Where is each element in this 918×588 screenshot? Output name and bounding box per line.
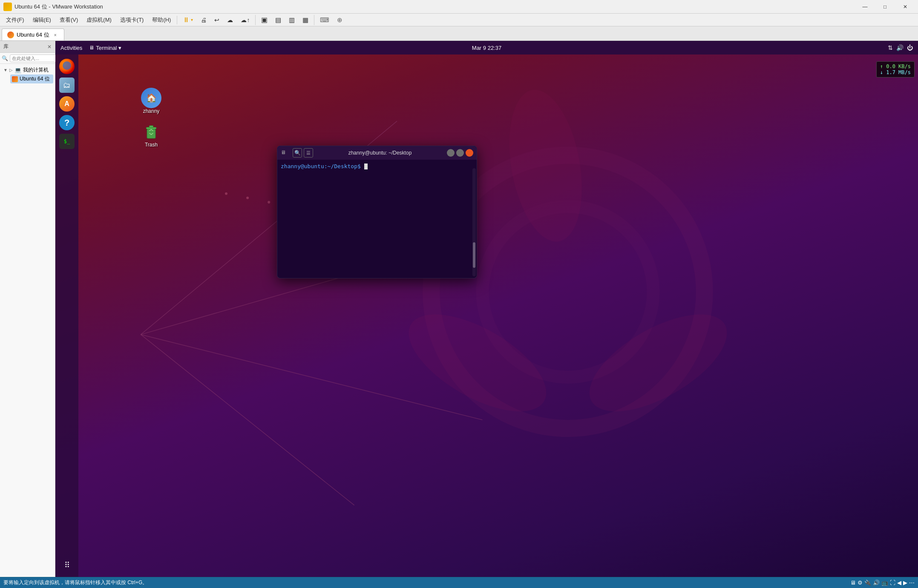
toolbar-view3[interactable]: ▥ xyxy=(285,14,299,26)
status-audio-icon[interactable]: 🔊 xyxy=(873,579,880,586)
sidebar-header: 库 ✕ xyxy=(0,41,55,53)
desktop-icon-zhanny[interactable]: 🏠 zhanny xyxy=(134,86,168,116)
toolbar-view2[interactable]: ▤ xyxy=(271,14,285,26)
terminal-close-button[interactable]: ✕ xyxy=(466,149,473,157)
sidebar-close-button[interactable]: ✕ xyxy=(47,44,52,50)
menu-file[interactable]: 文件(F) xyxy=(2,14,29,26)
svg-rect-13 xyxy=(147,129,155,138)
svg-point-9 xyxy=(482,207,653,377)
vm-icon xyxy=(12,76,18,82)
window-controls: — □ ✕ xyxy=(855,1,915,13)
ubuntu-activities-button[interactable]: Activities xyxy=(60,45,82,51)
toolbar-send-ctrl-alt-del[interactable]: 🖨 xyxy=(197,14,210,26)
dock-item-files[interactable]: 🗂 xyxy=(58,77,75,94)
sidebar-item-my-computer[interactable]: ▼ ▷ 💻 我的计算机 xyxy=(2,66,53,75)
close-button[interactable]: ✕ xyxy=(895,1,915,13)
ubuntu-power-icon[interactable]: ⏻ xyxy=(907,44,913,51)
terminal-minimize-button[interactable]: — xyxy=(447,149,455,157)
tree-expand-icon2: ▷ xyxy=(9,68,13,72)
status-settings-icon[interactable]: ⚙ xyxy=(858,579,863,586)
desktop-icon-trash[interactable]: Trash xyxy=(134,120,168,149)
desktop-icon-zhanny-label: zhanny xyxy=(143,108,160,114)
svg-rect-14 xyxy=(146,127,156,129)
toolbar-sep2 xyxy=(314,15,314,25)
sidebar-search: 🔍 ▾ xyxy=(0,53,55,64)
toolbar-view4[interactable]: ▦ xyxy=(299,14,312,26)
terminal-prompt: zhanny@ubuntu:~/Desktop$ xyxy=(281,163,361,169)
ubuntu-network-icon[interactable]: ⇅ xyxy=(888,44,893,51)
toolbar-terminal-button[interactable]: ⌨ xyxy=(316,14,333,26)
vmware-window: Ubuntu 64 位 - VMware Workstation — □ ✕ 文… xyxy=(0,0,918,588)
terminal-maximize-button[interactable] xyxy=(456,149,464,157)
ubuntu-terminal-menu-label: Terminal ▾ xyxy=(96,45,121,51)
terminal-window: 🖥 🔍 ☰ zhanny@ubuntu: ~/Desktop — ✕ zhann… xyxy=(277,146,477,278)
toolbar-view1[interactable]: ▣ xyxy=(257,14,271,26)
vmware-logo-icon xyxy=(3,3,12,11)
help-icon: ? xyxy=(59,115,75,130)
tab-label: Ubuntu 64 位 xyxy=(17,31,49,39)
terminal-menu-button[interactable]: ☰ xyxy=(304,148,313,158)
title-bar: Ubuntu 64 位 - VMware Workstation — □ ✕ xyxy=(0,0,918,14)
status-monitor-icon[interactable]: 🖥 xyxy=(850,579,856,586)
svg-point-12 xyxy=(575,295,742,431)
status-more-icon[interactable]: ⋯ xyxy=(909,579,915,586)
terminal-dock-icon: $_ xyxy=(59,134,75,149)
ubuntu-volume-icon[interactable]: 🔊 xyxy=(896,44,904,51)
ubuntu-terminal-menu[interactable]: 🖥 Terminal ▾ xyxy=(89,45,121,51)
sidebar-tree: ▼ ▷ 💻 我的计算机 Ubuntu 64 位 xyxy=(0,64,55,577)
sidebar-item-ubuntu64[interactable]: Ubuntu 64 位 xyxy=(10,75,53,83)
software-center-icon: A xyxy=(59,96,75,112)
dock-item-terminal[interactable]: $_ xyxy=(58,133,75,150)
minimize-button[interactable]: — xyxy=(855,1,875,13)
menu-vm[interactable]: 虚拟机(M) xyxy=(82,14,116,26)
svg-line-2 xyxy=(141,335,482,420)
status-usb-icon[interactable]: 🔌 xyxy=(864,579,871,586)
terminal-scrollbar-thumb xyxy=(473,242,475,268)
maximize-button[interactable]: □ xyxy=(875,1,895,13)
status-next-icon[interactable]: ▶ xyxy=(903,579,907,586)
toolbar-cloud1[interactable]: ☁ xyxy=(223,14,237,26)
window-title: Ubuntu 64 位 - VMware Workstation xyxy=(14,3,855,11)
app-grid-icon: ⠿ xyxy=(59,557,75,573)
ubuntu-background-art xyxy=(55,41,918,577)
toolbar-cloud2[interactable]: ☁↑ xyxy=(237,14,253,26)
status-bar-right: 🖥 ⚙ 🔌 🔊 📺 ⛶ ◀ ▶ ⋯ xyxy=(850,579,915,586)
ubuntu-tab-icon xyxy=(7,32,14,38)
ubuntu-desktop[interactable]: Activities 🖥 Terminal ▾ Mar 9 22:37 ⇅ 🔊 … xyxy=(55,41,918,577)
tab-close-button[interactable]: × xyxy=(52,32,59,38)
sidebar-ubuntu-label: Ubuntu 64 位 xyxy=(20,75,50,83)
status-prev-icon[interactable]: ◀ xyxy=(897,579,901,586)
terminal-title-text: zhanny@ubuntu: ~/Desktop xyxy=(315,150,445,156)
terminal-content[interactable]: zhanny@ubuntu:~/Desktop$ xyxy=(277,160,477,278)
sidebar: 库 ✕ 🔍 ▾ ▼ ▷ 💻 我的计算机 Ubuntu 64 位 xyxy=(0,41,55,577)
menu-help[interactable]: 帮助(H) xyxy=(148,14,175,26)
status-bar: 要将输入定向到该虚拟机，请将鼠标指针移入其中或按 Ctrl+G。 🖥 ⚙ 🔌 🔊… xyxy=(0,577,918,588)
status-fullscreen-icon[interactable]: ⛶ xyxy=(890,579,895,586)
dock-item-grid[interactable]: ⠿ xyxy=(58,556,75,574)
terminal-window-icon: 🖥 xyxy=(281,149,288,156)
ubuntu-topbar: Activities 🖥 Terminal ▾ Mar 9 22:37 ⇅ 🔊 … xyxy=(55,41,918,54)
svg-rect-15 xyxy=(149,126,153,127)
terminal-menu-icon: 🖥 xyxy=(89,45,94,51)
svg-point-10 xyxy=(498,84,593,247)
status-display-icon[interactable]: 📺 xyxy=(881,579,888,586)
desktop-icon-trash-label: Trash xyxy=(145,142,158,148)
menu-divider xyxy=(177,16,177,24)
toolbar-snapshot[interactable]: ↩ xyxy=(210,14,223,26)
terminal-scrollbar[interactable] xyxy=(472,168,476,276)
search-icon: 🔍 xyxy=(2,55,8,61)
terminal-cursor xyxy=(364,163,368,169)
menu-view[interactable]: 查看(V) xyxy=(55,14,82,26)
menu-edit[interactable]: 编辑(E) xyxy=(29,14,55,26)
toolbar-settings-button[interactable]: ⊕ xyxy=(333,14,346,26)
terminal-search-button[interactable]: 🔍 xyxy=(293,148,302,158)
tab-ubuntu[interactable]: Ubuntu 64 位 × xyxy=(2,29,64,40)
dock-item-firefox[interactable] xyxy=(58,58,75,75)
sidebar-title: 库 xyxy=(3,43,9,50)
svg-point-11 xyxy=(394,295,561,431)
toolbar-pause-button[interactable]: ⏸▾ xyxy=(179,14,197,26)
dock-item-help[interactable]: ? xyxy=(58,114,75,131)
svg-point-5 xyxy=(246,197,249,199)
dock-item-software-center[interactable]: A xyxy=(58,95,75,112)
menu-tabs[interactable]: 选项卡(T) xyxy=(116,14,148,26)
